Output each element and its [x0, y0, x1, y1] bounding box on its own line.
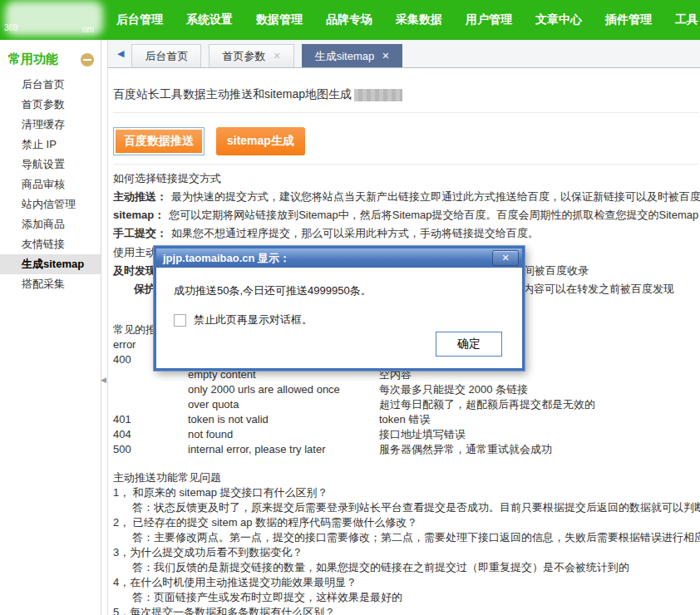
top-nav: 369 om 后台管理 系统设置 数据管理 品牌专场 采集数据 用户管理 文章中…: [0, 0, 700, 40]
logo-text-fragment-left: 369: [4, 23, 18, 32]
intro-line-manual: 手工提交：如果您不想通过程序提交，那么可以采用此种方式，手动将链接提交给百度。: [113, 224, 700, 243]
suppress-dialog-option[interactable]: 禁止此页再显示对话框。: [174, 312, 522, 327]
faq-question: 1， 和原来的 sitemap 提交接口有什么区别？: [113, 485, 700, 500]
dialog-title-bar[interactable]: jpjp.taomaibao.cn 显示： ✕: [156, 248, 522, 268]
intro-line-push: 主动推送：最为快速的提交方式，建议您将站点当天新产出链接立即通过此方式推送给百度…: [113, 188, 700, 206]
intro-line-sitemap: sitemap：您可以定期将网站链接放到Sitemap中，然后将Sitemap提…: [113, 206, 700, 224]
tab-label: 后台首页: [145, 49, 188, 64]
dialog-body: 成功推送50条,今日还可推送4999950条。 禁止此页再显示对话框。 确定: [156, 268, 522, 368]
table-row: 401 token is not valid token 错误: [113, 412, 700, 427]
sidebar-item-ban-ip[interactable]: 禁止 IP: [0, 135, 101, 155]
nav-item-article-center[interactable]: 文章中心: [535, 12, 582, 27]
faq-question: 5，每次提交一条数据和多条数据有什么区别？: [113, 605, 700, 615]
faq-answer: 答：主要修改两点。第一点，提交的接口需要修改；第二点，需要处理下接口返回的信息，…: [113, 530, 700, 545]
dialog-close-icon[interactable]: ✕: [492, 250, 519, 266]
table-row: 500 internal error, please try later 服务器…: [113, 442, 700, 457]
tab-label: 生成sitemap: [315, 49, 375, 64]
tab-close-icon[interactable]: ✕: [382, 51, 389, 61]
nav-item-data-management[interactable]: 数据管理: [256, 12, 303, 27]
tab-close-icon[interactable]: ✕: [273, 51, 280, 61]
sidebar-item-clear-cache[interactable]: 清理缓存: [0, 115, 101, 135]
collapse-minus-icon[interactable]: [81, 53, 94, 66]
tab-generate-sitemap[interactable]: 生成sitemap ✕: [302, 44, 403, 67]
tab-scroll-left-icon[interactable]: ◀: [117, 48, 124, 59]
sidebar-item-nav-settings[interactable]: 导航设置: [0, 155, 101, 175]
sidebar-header: 常用功能: [0, 40, 101, 75]
faq-question: 3，为什么提交成功后看不到数据变化？: [113, 545, 700, 560]
section-title: 主动推送功能常见问题: [113, 470, 700, 485]
suppress-dialog-checkbox[interactable]: [174, 314, 186, 327]
submit-method-section: 如何选择链接提交方式 主动推送：最为快速的提交方式，建议您将站点当天新产出链接立…: [113, 170, 700, 243]
faq-answer: 答：页面链接产生或发布时立即提交，这样效果是最好的: [113, 590, 700, 605]
sidebar-item-home-params[interactable]: 首页参数: [0, 95, 101, 115]
dialog-ok-button[interactable]: 确定: [436, 332, 502, 357]
dialog-title: jpjp.taomaibao.cn 显示：: [163, 251, 290, 266]
sidebar: 常用功能 后台首页 首页参数 清理缓存 禁止 IP 导航设置 商品审核 站内信管…: [0, 40, 101, 615]
splitter-collapse-arrow-icon[interactable]: ◀: [101, 376, 106, 384]
faq-answer: 答：我们反馈的是新提交链接的数量，如果您提交的链接在之前提交过（即重复提交）是不…: [113, 560, 700, 575]
nav-item-admin[interactable]: 后台管理: [116, 12, 163, 27]
sidebar-title: 常用功能: [8, 52, 58, 67]
divider: [113, 164, 698, 165]
table-row: over quota 超过每日配额了，超配额后再提交都是无效的: [113, 397, 700, 412]
sitemap-generate-button[interactable]: sitemap生成: [216, 127, 305, 155]
tab-home-params[interactable]: 首页参数 ✕: [209, 44, 293, 67]
page-title: 百度站长工具数据主动推送和sitemap地图生成: [113, 87, 700, 102]
sidebar-item-match-collect[interactable]: 搭配采集: [0, 274, 101, 294]
sidebar-item-generate-sitemap[interactable]: 生成sitemap: [0, 254, 101, 274]
dialog-message: 成功推送50条,今日还可推送4999950条。: [156, 268, 522, 298]
checkbox-label: 禁止此页再显示对话框。: [194, 312, 313, 327]
sidebar-item-site-messages[interactable]: 站内信管理: [0, 194, 101, 214]
faq-answer: 答：状态反馈更及时了，原来提交后需要登录到站长平台查看提交是否成功。目前只要根据…: [113, 500, 700, 515]
faq-question: 2， 已经存在的提交 sitem ap 数据的程序代码需要做什么修改？: [113, 515, 700, 530]
sidebar-item-admin-home[interactable]: 后台首页: [0, 75, 101, 95]
sidebar-splitter: ◀: [101, 40, 107, 615]
faq-section: 主动推送功能常见问题 1， 和原来的 sitemap 提交接口有什么区别？ 答：…: [113, 470, 700, 615]
tab-label: 首页参数: [222, 49, 265, 64]
tab-admin-home[interactable]: 后台首页: [131, 44, 201, 67]
section-title: 如何选择链接提交方式: [113, 170, 700, 188]
top-nav-menu: 后台管理 系统设置 数据管理 品牌专场 采集数据 用户管理 文章中心 插件管理 …: [116, 12, 698, 27]
baidu-data-push-button[interactable]: 百度数据推送: [113, 127, 205, 155]
nav-item-plugin-management[interactable]: 插件管理: [605, 12, 652, 27]
nav-item-brand-zone[interactable]: 品牌专场: [326, 12, 372, 27]
action-buttons: 百度数据推送 sitemap生成: [113, 127, 700, 155]
nav-item-tools[interactable]: 工具: [675, 12, 698, 27]
sidebar-item-product-review[interactable]: 商品审核: [0, 175, 101, 194]
sidebar-item-friend-links[interactable]: 友情链接: [0, 234, 101, 254]
redacted-mosaic: [354, 89, 402, 101]
logo-text-fragment-right: om: [82, 25, 94, 34]
alert-dialog: jpjp.taomaibao.cn 显示： ✕ 成功推送50条,今日还可推送49…: [154, 246, 525, 371]
nav-item-collect-data[interactable]: 采集数据: [396, 12, 442, 27]
divider: [113, 112, 698, 113]
nav-item-system-settings[interactable]: 系统设置: [186, 12, 233, 27]
tab-bar: ◀ 后台首页 首页参数 ✕ 生成sitemap ✕: [108, 40, 700, 68]
faq-question: 4，在什么时机使用主动推送提交功能效果最明显？: [113, 575, 700, 590]
nav-item-user-management[interactable]: 用户管理: [466, 12, 512, 27]
table-row: only 2000 urls are allowed once 每次最多只能提交…: [113, 382, 700, 397]
sidebar-item-add-product[interactable]: 添加商品: [0, 214, 101, 234]
table-row: 404 not found 接口地址填写错误: [113, 427, 700, 442]
site-logo: 369 om: [0, 0, 116, 40]
